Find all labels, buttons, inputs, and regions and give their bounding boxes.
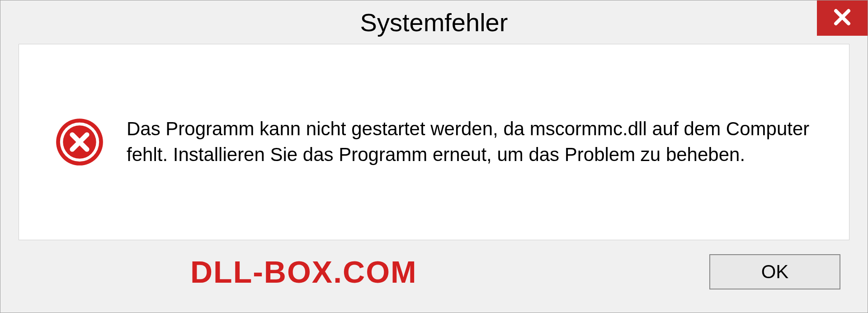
ok-button[interactable]: OK <box>709 254 840 289</box>
titlebar: Systemfehler <box>0 0 868 44</box>
content-panel: Das Programm kann nicht gestartet werden… <box>19 44 849 240</box>
dialog-title: Systemfehler <box>360 8 508 37</box>
watermark-text: DLL-BOX.COM <box>190 254 417 289</box>
close-button[interactable] <box>817 0 868 36</box>
error-message: Das Programm kann nicht gestartet werden… <box>127 116 822 167</box>
system-error-dialog: Systemfehler Das Programm kann nicht ges… <box>0 0 868 313</box>
error-icon <box>55 118 104 166</box>
close-icon <box>833 8 852 28</box>
dialog-footer: DLL-BOX.COM OK <box>0 249 868 313</box>
